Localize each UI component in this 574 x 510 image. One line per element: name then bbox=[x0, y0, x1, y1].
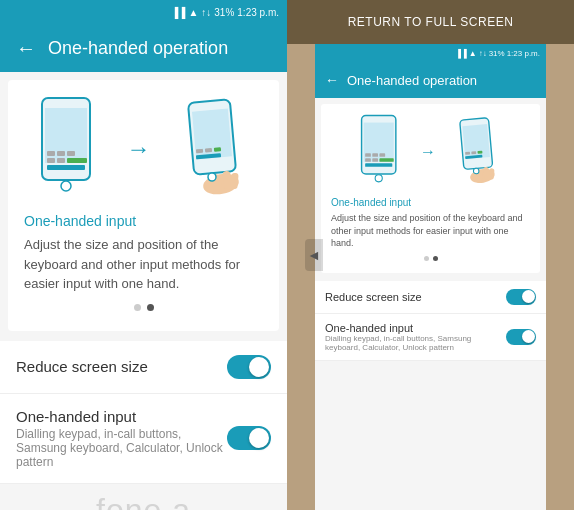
phone-illustration: → bbox=[37, 96, 251, 201]
collapse-arrow-icon[interactable]: ◄ bbox=[305, 239, 323, 271]
dots-indicator bbox=[134, 304, 154, 311]
mini-reduce-screen-title: Reduce screen size bbox=[325, 291, 422, 303]
reduce-screen-title: Reduce screen size bbox=[16, 358, 227, 375]
mini-reduce-screen-item: Reduce screen size bbox=[315, 281, 546, 314]
mini-signal-icon: ▐▐ bbox=[455, 49, 466, 58]
illustration-card: → On bbox=[8, 80, 279, 331]
svg-rect-25 bbox=[379, 153, 385, 157]
chevron-left-icon: ◄ bbox=[307, 247, 321, 263]
svg-rect-26 bbox=[365, 158, 371, 162]
svg-rect-3 bbox=[57, 151, 65, 156]
app-toolbar: ← One-handed operation bbox=[0, 24, 287, 72]
reduce-screen-toggle[interactable] bbox=[227, 355, 271, 379]
svg-rect-6 bbox=[57, 158, 65, 163]
toggle-knob bbox=[249, 357, 269, 377]
status-bar-icons: ▐▐ ▲ ↑↓ 31% 1:23 p.m. bbox=[171, 7, 279, 18]
phone-left-icon bbox=[37, 96, 107, 201]
svg-rect-5 bbox=[47, 158, 55, 163]
left-panel: ▐▐ ▲ ↑↓ 31% 1:23 p.m. ← One-handed opera… bbox=[0, 0, 287, 510]
mini-phone-illustration: → bbox=[331, 114, 530, 189]
dot-2 bbox=[147, 304, 154, 311]
content-area: → On bbox=[0, 72, 287, 510]
svg-rect-33 bbox=[465, 152, 470, 155]
mini-dots bbox=[331, 256, 530, 261]
svg-rect-35 bbox=[477, 151, 482, 154]
svg-rect-7 bbox=[67, 158, 87, 163]
mini-time: 1:23 p.m. bbox=[507, 49, 540, 58]
svg-rect-23 bbox=[365, 153, 371, 157]
svg-point-30 bbox=[375, 175, 382, 182]
mini-one-handed-title: One-handed input bbox=[325, 322, 506, 334]
signal-icon: ▐▐ bbox=[171, 7, 185, 18]
svg-point-9 bbox=[61, 181, 71, 191]
time-display: 1:23 p.m. bbox=[237, 7, 279, 18]
description-text: Adjust the size and position of the keyb… bbox=[24, 235, 263, 294]
svg-point-41 bbox=[473, 168, 479, 174]
battery-percent: 31% bbox=[214, 7, 234, 18]
mini-screen: ▐▐ ▲ ↑↓ 31% 1:23 p.m. ← One-handed opera… bbox=[315, 44, 546, 510]
mini-settings-list: Reduce screen size One-handed input Dial… bbox=[315, 281, 546, 361]
wifi-icon: ▲ bbox=[188, 7, 198, 18]
return-to-full-screen-bar[interactable]: RETURN TO FULL SCREEN bbox=[287, 0, 574, 44]
reduce-screen-size-item: Reduce screen size bbox=[0, 341, 287, 394]
svg-rect-19 bbox=[230, 173, 238, 190]
svg-point-20 bbox=[207, 173, 216, 182]
svg-rect-34 bbox=[471, 151, 476, 154]
svg-rect-13 bbox=[204, 148, 211, 153]
mini-battery: 31% bbox=[489, 49, 505, 58]
svg-rect-2 bbox=[47, 151, 55, 156]
mini-reduce-screen-toggle[interactable] bbox=[506, 289, 536, 305]
one-handed-input-item: One-handed input Dialling keypad, in-cal… bbox=[0, 394, 287, 484]
arrow-right-icon: → bbox=[127, 135, 151, 163]
settings-list: Reduce screen size One-handed input Dial… bbox=[0, 341, 287, 484]
svg-rect-12 bbox=[195, 149, 202, 154]
mini-feature-label: One-handed input bbox=[331, 197, 530, 208]
mini-dot-1 bbox=[424, 256, 429, 261]
mini-wifi-icon: ▲ bbox=[469, 49, 477, 58]
svg-rect-40 bbox=[489, 168, 495, 179]
svg-rect-29 bbox=[365, 163, 392, 167]
toggle-knob-2 bbox=[249, 428, 269, 448]
mini-back-icon: ← bbox=[325, 72, 339, 88]
page-title: One-handed operation bbox=[48, 38, 228, 59]
watermark: fone·a bbox=[0, 484, 287, 511]
mini-phone-left-icon bbox=[358, 114, 408, 189]
mini-content: → One-handed inpu bbox=[315, 98, 546, 510]
mini-toolbar: ← One-handed operation bbox=[315, 62, 546, 98]
data-icon: ↑↓ bbox=[201, 7, 211, 18]
mini-arrow-icon: → bbox=[420, 143, 436, 161]
mini-description: Adjust the size and position of the keyb… bbox=[331, 212, 530, 250]
return-text: RETURN TO FULL SCREEN bbox=[348, 15, 514, 29]
mini-one-handed-subtitle: Dialling keypad, in-call buttons, Samsun… bbox=[325, 334, 506, 352]
feature-label: One-handed input bbox=[24, 213, 136, 229]
one-handed-title: One-handed input bbox=[16, 408, 227, 425]
svg-rect-8 bbox=[47, 165, 85, 170]
svg-rect-14 bbox=[213, 147, 220, 152]
mini-dot-2 bbox=[433, 256, 438, 261]
mini-status-bar: ▐▐ ▲ ↑↓ 31% 1:23 p.m. bbox=[315, 44, 546, 62]
dot-1 bbox=[134, 304, 141, 311]
mini-one-handed-item: One-handed input Dialling keypad, in-cal… bbox=[315, 314, 546, 361]
svg-rect-27 bbox=[372, 158, 378, 162]
svg-rect-24 bbox=[372, 153, 378, 157]
mini-page-title: One-handed operation bbox=[347, 73, 477, 88]
mini-phone-right-icon bbox=[448, 114, 503, 189]
phone-right-icon bbox=[171, 96, 251, 201]
status-bar: ▐▐ ▲ ↑↓ 31% 1:23 p.m. bbox=[0, 0, 287, 24]
mini-illustration-card: → One-handed inpu bbox=[321, 104, 540, 273]
right-panel: RETURN TO FULL SCREEN ◄ ▐▐ ▲ ↑↓ 31% 1:23… bbox=[287, 0, 574, 510]
svg-rect-4 bbox=[67, 151, 75, 156]
svg-rect-28 bbox=[379, 158, 393, 162]
one-handed-toggle[interactable] bbox=[227, 426, 271, 450]
one-handed-subtitle: Dialling keypad, in-call buttons, Samsun… bbox=[16, 427, 227, 469]
mini-status-icons: ▐▐ ▲ ↑↓ 31% 1:23 p.m. bbox=[455, 49, 540, 58]
back-arrow-icon[interactable]: ← bbox=[16, 37, 36, 60]
mini-data-icon: ↑↓ bbox=[479, 49, 487, 58]
mini-one-handed-toggle[interactable] bbox=[506, 329, 536, 345]
